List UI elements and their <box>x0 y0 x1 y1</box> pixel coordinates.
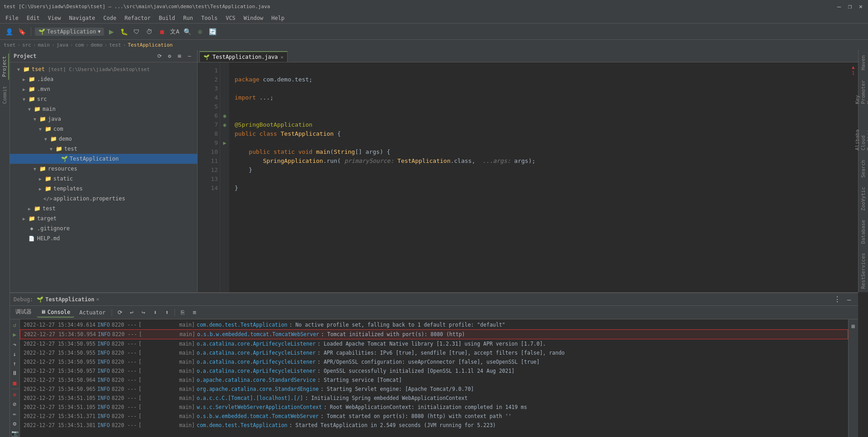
debug-side-step-out[interactable]: ↑ <box>10 360 20 367</box>
debug-restart-btn[interactable]: ⟳ <box>115 308 125 318</box>
translate-button[interactable]: 文A <box>169 26 180 37</box>
expand-arrow-mvn[interactable]: ▶ <box>23 87 28 92</box>
expand-arrow-static[interactable]: ▶ <box>39 176 44 181</box>
expand-arrow-resources[interactable]: ▼ <box>33 166 39 171</box>
tree-item-resources[interactable]: ▼ 📁 resources <box>10 164 197 174</box>
expand-arrow-tset[interactable]: ▼ <box>17 67 23 72</box>
expand-arrow-java[interactable]: ▼ <box>33 117 39 122</box>
search-everywhere-button[interactable]: 🔍 <box>182 26 193 37</box>
debug-tab-debugger[interactable]: 调试器 <box>12 308 35 318</box>
right-tab-zoovytic[interactable]: ZooVytic <box>859 183 867 214</box>
settings-button[interactable]: ⚙ <box>194 26 205 37</box>
tree-item-demo[interactable]: ▼ 📁 demo <box>10 134 197 144</box>
tree-item-java[interactable]: ▼ 📁 java <box>10 114 197 124</box>
right-tab-alibaba[interactable]: Alibaba Cloud Toolkit <box>854 109 868 154</box>
breadcrumb-main[interactable]: main <box>38 42 50 48</box>
breadcrumb-testapplication[interactable]: TestApplication <box>128 42 173 48</box>
breadcrumb-demo[interactable]: demo <box>90 42 103 48</box>
debug-more-options[interactable]: ⋮ <box>832 294 843 305</box>
menu-code[interactable]: Code <box>100 14 120 22</box>
menu-window[interactable]: Window <box>240 14 267 22</box>
debug-forward-btn[interactable]: ↪ <box>138 308 148 318</box>
coverage-button[interactable]: 🛡 <box>131 26 142 37</box>
project-collapse-button[interactable]: — <box>185 52 193 60</box>
gutter-run-main[interactable]: ▶ <box>223 140 226 146</box>
gutter-run-class[interactable]: ◉ <box>223 113 226 119</box>
expand-arrow-main[interactable]: ▼ <box>28 107 33 112</box>
tree-item-test-folder[interactable]: ▼ 📁 test <box>10 144 197 154</box>
tree-item-app-properties[interactable]: </> application.properties <box>10 194 197 204</box>
minimize-button[interactable]: — <box>835 3 843 10</box>
tab-close-button[interactable]: ✕ <box>281 54 284 60</box>
expand-arrow-demo[interactable]: ▼ <box>44 137 50 142</box>
tree-item-com[interactable]: ▼ 📁 com <box>10 124 197 134</box>
profile-run-button[interactable]: ⏱ <box>144 26 155 37</box>
tree-item-help-md[interactable]: 📄 HELP.md <box>10 233 197 243</box>
tree-item-src[interactable]: ▼ 📁 src <box>10 94 197 104</box>
stop-button[interactable]: ■ <box>156 26 167 37</box>
debug-filter-btn[interactable]: ⬇ <box>150 308 160 318</box>
debug-side-camera[interactable]: 📷 <box>10 429 20 437</box>
expand-arrow-test-folder[interactable]: ▼ <box>50 147 55 152</box>
debug-wrap-btn[interactable]: ≡ <box>189 308 199 318</box>
debug-side-rerun[interactable]: ↺ <box>10 321 20 329</box>
debug-side-stop[interactable]: ■ <box>10 379 20 387</box>
debug-side-step-over[interactable]: ↷ <box>10 341 20 348</box>
tree-item-idea[interactable]: ▶ 📁 .idea <box>10 74 197 84</box>
menu-file[interactable]: File <box>2 14 22 22</box>
left-tab-commit[interactable]: Commit <box>1 83 9 107</box>
right-tab-rest[interactable]: RestServices <box>859 249 867 292</box>
breadcrumb-com[interactable]: com <box>75 42 84 48</box>
tree-item-src-test[interactable]: ▶ 📁 test <box>10 204 197 214</box>
menu-view[interactable]: View <box>44 14 65 22</box>
right-tab-search[interactable]: Search <box>859 156 867 181</box>
debug-tab-console[interactable]: 🖥 Console <box>37 308 74 318</box>
debug-side-breakpoints[interactable]: ⊗ <box>10 391 20 399</box>
tree-item-testapplication[interactable]: 🌱 TestApplication <box>10 154 197 164</box>
debug-side-edit[interactable]: ✏ <box>10 410 20 418</box>
left-tab-project[interactable]: Project <box>0 53 9 80</box>
debug-side-mute[interactable]: ⊘ <box>10 400 20 408</box>
project-gear-button[interactable]: ⚙ <box>165 52 174 60</box>
breadcrumb-test[interactable]: test <box>109 42 122 48</box>
toolbar-bookmark-btn[interactable]: 🔖 <box>16 26 27 37</box>
close-button[interactable]: ✕ <box>857 3 864 10</box>
breadcrumb-tset[interactable]: tset <box>4 42 16 48</box>
expand-arrow-src[interactable]: ▼ <box>23 97 28 102</box>
debug-close-btn[interactable]: ✕ <box>96 296 99 302</box>
debug-right-layout[interactable]: ⊞ <box>849 321 859 331</box>
editor-tab-testapplication[interactable]: 🌱 TestApplication.java ✕ <box>199 51 288 62</box>
debug-side-resume[interactable]: ▶ <box>10 331 20 338</box>
tree-item-main[interactable]: ▼ 📁 main <box>10 104 197 114</box>
project-sync-button[interactable]: ⟳ <box>156 52 164 60</box>
expand-arrow-src-test[interactable]: ▶ <box>28 206 33 211</box>
menu-edit[interactable]: Edit <box>23 14 43 22</box>
menu-help[interactable]: Help <box>268 14 288 22</box>
menu-tools[interactable]: Tools <box>198 14 221 22</box>
debug-side-pause[interactable]: ⏸ <box>10 369 20 377</box>
debug-up-btn[interactable]: ⬆ <box>162 308 172 318</box>
code-editor[interactable]: 1 2 3 4 5 6 7 8 9 10 11 12 13 14 <box>198 62 858 292</box>
menu-navigate[interactable]: Navigate <box>66 14 99 22</box>
right-tab-database[interactable]: Database <box>859 216 867 247</box>
tree-item-static[interactable]: ▶ 📁 static <box>10 174 197 184</box>
breadcrumb-java[interactable]: java <box>57 42 69 48</box>
expand-arrow-com[interactable]: ▼ <box>39 127 44 132</box>
run-button[interactable]: ▶ <box>106 26 117 37</box>
expand-arrow-templates[interactable]: ▶ <box>39 186 44 191</box>
right-tab-key-promoter[interactable]: Key Promoter X <box>854 76 868 108</box>
debug-tab-actuator[interactable]: Actuator <box>76 308 109 318</box>
tree-item-templates[interactable]: ▶ 📁 templates <box>10 184 197 194</box>
debug-side-settings[interactable]: ⚙ <box>10 419 20 427</box>
project-expand-button[interactable]: ⊞ <box>175 52 184 60</box>
tree-item-tset[interactable]: ▼ 📁 tset [test] C:\Users\jiadw\Desktop\t… <box>10 64 197 74</box>
tree-item-mvn[interactable]: ▶ 📁 .mvn <box>10 84 197 94</box>
breadcrumb-src[interactable]: src <box>22 42 31 48</box>
menu-vcs[interactable]: VCS <box>222 14 239 22</box>
maximize-button[interactable]: ❐ <box>846 3 854 10</box>
right-tab-haven[interactable]: Haven <box>859 52 867 74</box>
debug-minimize[interactable]: — <box>844 294 854 305</box>
menu-build[interactable]: Build <box>155 14 179 22</box>
update-button[interactable]: 🔄 <box>207 26 218 37</box>
debug-button[interactable]: 🐛 <box>118 26 129 37</box>
